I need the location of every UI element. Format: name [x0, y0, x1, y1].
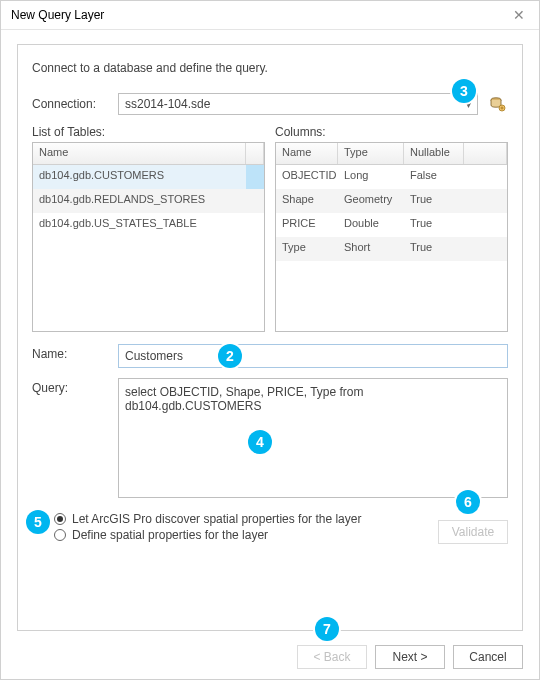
- table-row[interactable]: db104.gdb.REDLANDS_STORES: [33, 189, 264, 213]
- callout-2: 2: [218, 344, 242, 368]
- validate-row: 6 Validate: [32, 520, 508, 544]
- column-row[interactable]: TypeShortTrue: [276, 237, 507, 261]
- column-row-spacer: [464, 213, 507, 237]
- table-row-name: db104.gdb.REDLANDS_STORES: [33, 189, 246, 213]
- window-title: New Query Layer: [11, 8, 104, 22]
- columns-caption: Columns:: [275, 125, 508, 139]
- callout-5: 5: [26, 510, 50, 534]
- column-row-spacer: [464, 165, 507, 189]
- tables-header-spacer: [246, 143, 264, 164]
- connection-value: ss2014-104.sde: [125, 97, 210, 111]
- column-row-type: Geometry: [338, 189, 404, 213]
- query-row: Query: 4: [32, 378, 508, 498]
- columns-header-name: Name: [276, 143, 338, 164]
- columns-header-type: Type: [338, 143, 404, 164]
- callout-7: 7: [315, 617, 339, 641]
- column-row-nullable: True: [404, 237, 464, 261]
- column-row-nullable: True: [404, 189, 464, 213]
- column-row-type: Long: [338, 165, 404, 189]
- column-row[interactable]: PRICEDoubleTrue: [276, 213, 507, 237]
- callout-4: 4: [248, 430, 272, 454]
- column-row-name: OBJECTID: [276, 165, 338, 189]
- callout-6: 6: [456, 490, 480, 514]
- close-icon[interactable]: ✕: [509, 7, 529, 23]
- query-textarea[interactable]: [118, 378, 508, 498]
- dialog-body: Connect to a database and define the que…: [1, 30, 539, 679]
- column-row-name: Type: [276, 237, 338, 261]
- name-label: Name:: [32, 344, 110, 368]
- connection-dropdown[interactable]: ss2014-104.sde ▾: [118, 93, 478, 115]
- tables-grid[interactable]: Name db104.gdb.CUSTOMERSdb104.gdb.REDLAN…: [32, 142, 265, 332]
- columns-header: Name Type Nullable: [276, 143, 507, 165]
- connection-row: 3 Connection: ss2014-104.sde ▾: [32, 93, 508, 115]
- table-row-name: db104.gdb.US_STATES_TABLE: [33, 213, 246, 237]
- column-row[interactable]: OBJECTIDLongFalse: [276, 165, 507, 189]
- columns-header-nullable: Nullable: [404, 143, 464, 164]
- columns-header-spacer: [464, 143, 507, 164]
- column-row-spacer: [464, 237, 507, 261]
- columns-grid[interactable]: Name Type Nullable OBJECTIDLongFalseShap…: [275, 142, 508, 332]
- instruction-text: Connect to a database and define the que…: [32, 61, 508, 75]
- column-row-nullable: True: [404, 213, 464, 237]
- table-row-name: db104.gdb.CUSTOMERS: [33, 165, 246, 189]
- tables-caption: List of Tables:: [32, 125, 265, 139]
- name-input[interactable]: [118, 344, 508, 368]
- column-row-type: Short: [338, 237, 404, 261]
- back-button[interactable]: < Back: [297, 645, 367, 669]
- tables-block: List of Tables: Name db104.gdb.CUSTOMERS…: [32, 125, 265, 332]
- table-row[interactable]: db104.gdb.US_STATES_TABLE: [33, 213, 264, 237]
- titlebar: New Query Layer ✕: [1, 1, 539, 30]
- columns-block: Columns: Name Type Nullable OBJECTIDLong…: [275, 125, 508, 332]
- connection-label: Connection:: [32, 97, 110, 111]
- next-button[interactable]: Next >: [375, 645, 445, 669]
- callout-3: 3: [452, 79, 476, 103]
- validate-button[interactable]: Validate: [438, 520, 508, 544]
- tables-columns-area: List of Tables: Name db104.gdb.CUSTOMERS…: [32, 125, 508, 332]
- add-connection-icon[interactable]: [486, 93, 508, 115]
- cancel-button[interactable]: Cancel: [453, 645, 523, 669]
- button-bar: 7 < Back Next > Cancel: [17, 631, 523, 669]
- tables-header: Name: [33, 143, 264, 165]
- table-row-spacer: [246, 213, 264, 237]
- column-row-spacer: [464, 189, 507, 213]
- table-row[interactable]: db104.gdb.CUSTOMERS: [33, 165, 264, 189]
- inner-panel: Connect to a database and define the que…: [17, 44, 523, 631]
- column-row[interactable]: ShapeGeometryTrue: [276, 189, 507, 213]
- tables-header-name: Name: [33, 143, 246, 164]
- column-row-type: Double: [338, 213, 404, 237]
- name-row: Name: 2: [32, 344, 508, 368]
- query-label: Query:: [32, 378, 110, 498]
- column-row-name: PRICE: [276, 213, 338, 237]
- column-row-name: Shape: [276, 189, 338, 213]
- table-row-spacer: [246, 165, 264, 189]
- dialog-window: New Query Layer ✕ Connect to a database …: [0, 0, 540, 680]
- column-row-nullable: False: [404, 165, 464, 189]
- table-row-spacer: [246, 189, 264, 213]
